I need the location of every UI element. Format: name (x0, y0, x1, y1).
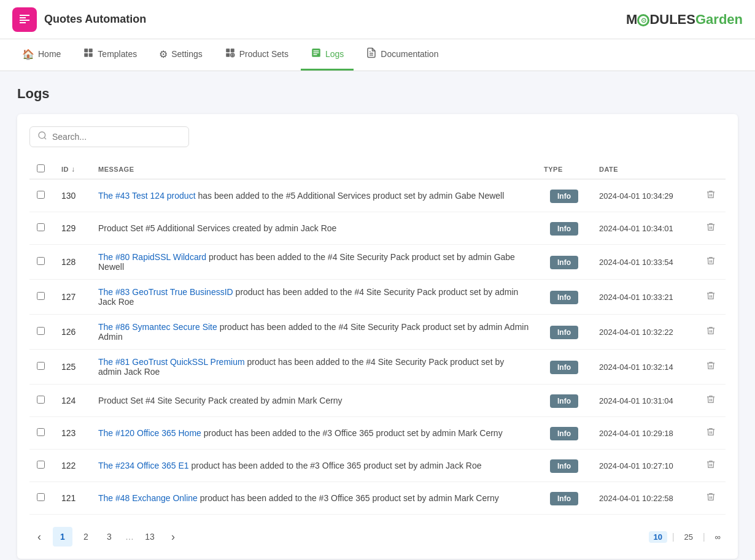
row-message: Product Set #5 Additional Services creat… (91, 212, 536, 245)
message-link[interactable]: The #81 GeoTrust QuickSSL Premium (98, 357, 245, 367)
row-checkbox[interactable] (37, 223, 45, 231)
page-13-button[interactable]: 13 (140, 527, 160, 547)
row-checkbox[interactable] (37, 292, 45, 300)
row-message: The #120 Office 365 Home product has bee… (91, 417, 536, 450)
svg-rect-2 (85, 53, 88, 57)
svg-rect-3 (89, 53, 93, 57)
type-badge: Info (550, 291, 578, 304)
row-date: 2024-04-01 10:31:04 (592, 385, 696, 417)
table-row: 122The #234 Office 365 E1 product has be… (29, 450, 726, 482)
delete-button[interactable] (703, 392, 718, 409)
delete-button[interactable] (703, 253, 718, 270)
table-row: 126The #86 Symantec Secure Site product … (29, 315, 726, 350)
message-link[interactable]: The #48 Exchange Online (98, 493, 198, 503)
svg-rect-1 (89, 48, 93, 52)
message-link[interactable]: The #83 GeoTrust True BusinessID (98, 287, 233, 297)
row-checkbox[interactable] (37, 428, 45, 436)
message-link[interactable]: The #86 Symantec Secure Site (98, 322, 217, 332)
select-all-checkbox[interactable] (37, 164, 45, 172)
row-checkbox[interactable] (37, 396, 45, 404)
message-link[interactable]: The #234 Office 365 E1 (98, 461, 189, 470)
row-type: Info (536, 417, 592, 450)
row-id: 127 (54, 280, 91, 315)
header: Quotes Automation M⊙DULESGarden (0, 0, 755, 39)
delete-button[interactable] (703, 220, 718, 237)
templates-icon (83, 47, 94, 61)
per-page-25-button[interactable]: 25 (680, 531, 698, 543)
sort-arrow-icon[interactable]: ↓ (71, 165, 76, 174)
logs-card: ID ↓ MESSAGE TYPE DATE 130The #43 Test 1… (17, 114, 738, 559)
svg-rect-4 (226, 48, 230, 52)
row-checkbox[interactable] (37, 461, 45, 469)
pagination: ‹ 1 2 3 … 13 › 10 | 25 | ∞ (29, 527, 726, 547)
table-row: 128The #80 RapidSSL Wildcard product has… (29, 245, 726, 280)
table-row: 129Product Set #5 Additional Services cr… (29, 212, 726, 245)
row-message: The #48 Exchange Online product has been… (91, 482, 536, 515)
nav-settings[interactable]: ⚙ Settings (149, 39, 212, 71)
row-date: 2024-04-01 10:22:58 (592, 482, 696, 515)
delete-button[interactable] (703, 358, 718, 375)
page-3-button[interactable]: 3 (99, 527, 119, 547)
row-checkbox[interactable] (37, 257, 45, 265)
type-badge: Info (550, 459, 578, 473)
nav-logs[interactable]: Logs (301, 39, 354, 71)
per-page-10-button[interactable]: 10 (649, 531, 667, 543)
table-row: 125The #81 GeoTrust QuickSSL Premium pro… (29, 350, 726, 385)
row-type: Info (536, 179, 592, 212)
row-date: 2024-04-01 10:27:10 (592, 450, 696, 482)
row-date: 2024-04-01 10:34:01 (592, 212, 696, 245)
delete-button[interactable] (703, 288, 718, 305)
settings-icon: ⚙ (159, 48, 168, 60)
row-checkbox[interactable] (37, 362, 45, 370)
delete-button[interactable] (703, 323, 718, 340)
message-link[interactable]: The #43 Test 124 product (98, 191, 196, 201)
logo-text: M⊙DULESGarden (626, 12, 743, 27)
table-row: 121The #48 Exchange Online product has b… (29, 482, 726, 515)
nav: 🏠 Home Templates ⚙ Settings Product Sets… (0, 39, 755, 71)
col-header-date: DATE (592, 159, 696, 179)
message-link[interactable]: The #80 RapidSSL Wildcard (98, 252, 206, 262)
delete-button[interactable] (703, 424, 718, 442)
page-1-button[interactable]: 1 (53, 527, 72, 547)
nav-home[interactable]: 🏠 Home (12, 39, 71, 71)
page: Logs ID ↓ (0, 71, 755, 560)
type-badge: Info (550, 326, 578, 339)
delete-button[interactable] (703, 457, 718, 474)
row-id: 124 (54, 385, 91, 417)
app-icon (12, 7, 37, 32)
col-header-type: TYPE (536, 159, 592, 179)
row-date: 2024-04-01 10:29:18 (592, 417, 696, 450)
row-checkbox[interactable] (37, 493, 45, 501)
row-message: The #234 Office 365 E1 product has been … (91, 450, 536, 482)
message-link[interactable]: The #120 Office 365 Home (98, 428, 201, 438)
row-id: 129 (54, 212, 91, 245)
nav-settings-label: Settings (171, 49, 203, 59)
page-title: Logs (17, 86, 738, 102)
nav-templates[interactable]: Templates (73, 39, 147, 71)
pagination-pages: ‹ 1 2 3 … 13 › (29, 527, 183, 547)
row-id: 122 (54, 450, 91, 482)
home-icon: 🏠 (22, 48, 34, 60)
row-id: 123 (54, 417, 91, 450)
row-id: 126 (54, 315, 91, 350)
row-id: 130 (54, 179, 91, 212)
row-message: Product Set #4 Site Security Pack create… (91, 385, 536, 417)
row-checkbox[interactable] (37, 191, 45, 199)
row-message: The #86 Symantec Secure Site product has… (91, 315, 536, 350)
col-header-message: MESSAGE (91, 159, 536, 179)
per-page-all-button[interactable]: ∞ (710, 531, 726, 543)
type-badge: Info (550, 222, 578, 236)
delete-button[interactable] (703, 187, 718, 204)
search-input[interactable] (52, 132, 181, 142)
nav-product-sets[interactable]: Product Sets (215, 39, 298, 71)
col-header-action (696, 159, 726, 179)
row-checkbox[interactable] (37, 327, 45, 335)
row-id: 121 (54, 482, 91, 515)
nav-documentation[interactable]: Documentation (356, 39, 448, 71)
table-row: 124Product Set #4 Site Security Pack cre… (29, 385, 726, 417)
prev-page-button[interactable]: ‹ (29, 527, 49, 547)
row-type: Info (536, 385, 592, 417)
next-page-button[interactable]: › (163, 527, 183, 547)
delete-button[interactable] (703, 489, 718, 507)
page-2-button[interactable]: 2 (76, 527, 96, 547)
